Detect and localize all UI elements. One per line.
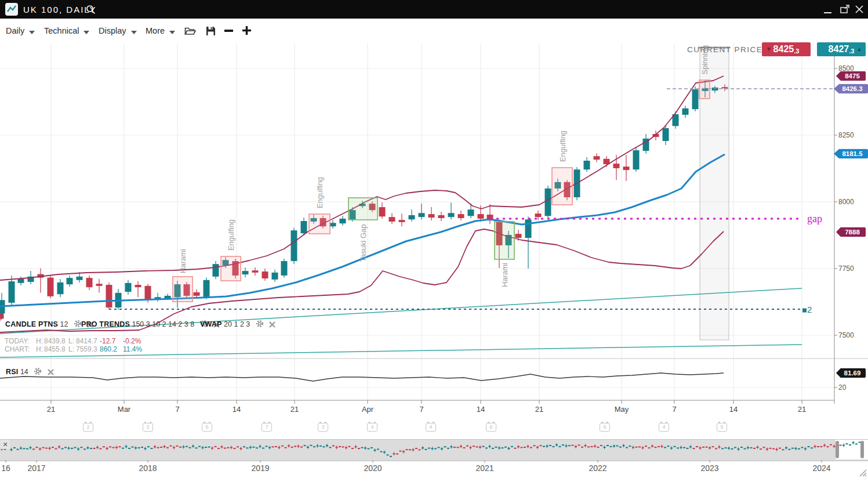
menu-display[interactable]: Display [99,19,137,44]
gear-icon[interactable] [256,320,264,329]
chevron-down-icon [169,31,175,34]
indicator-rsi: RSI 14 [6,367,54,377]
gear-icon[interactable] [74,320,82,329]
popout-button[interactable] [840,5,851,23]
remove-indicator-icon[interactable] [48,369,54,377]
navigator-handle[interactable] [836,441,839,458]
chevron-down-icon [131,31,137,34]
remove-indicator-icon[interactable] [269,321,275,329]
minimize-button[interactable] [824,0,831,19]
navigator-close-icon[interactable]: ✕ [1,440,10,449]
menu-technical[interactable]: Technical [44,19,89,44]
current-price-label: CURRENT PRICE: [687,45,766,54]
gear-icon[interactable] [34,367,42,377]
chevron-down-icon [29,31,35,34]
buy-price-button[interactable]: 8427.3 ▲ [817,42,866,56]
titlebar: UK 100, DAILY [0,0,868,19]
sell-price-button[interactable]: ▼ 8425.3 [762,42,811,56]
navigator-handle[interactable] [860,441,864,458]
zoom-out-button[interactable] [224,30,233,32]
chevron-down-icon [83,31,89,34]
close-icon[interactable] [855,5,863,24]
arrow-up-icon: ▲ [856,42,862,56]
save-icon[interactable] [206,26,216,38]
indicator-vwap: VWAP 20 1 2 3 [200,320,275,329]
resize-grip[interactable] [858,468,867,477]
app-logo-icon [5,3,18,16]
arrow-down-icon: ▼ [766,42,772,56]
trading-app-window: { "titlebar": { "title": "UK 100, DAILY"… [0,0,868,478]
menu-timeframe[interactable]: Daily [6,19,35,44]
search-icon[interactable] [86,5,96,17]
open-folder-icon[interactable] [184,26,196,38]
price-chart-canvas[interactable] [0,0,868,478]
menu-more[interactable]: More [146,19,175,44]
indicator-candle-patterns: CANDLE PTNS 12 [5,320,93,329]
zoom-in-button[interactable] [242,26,252,38]
indicator-pro-trends: PRO TRENDS 150 3 10 2 14 2 3 8 [81,320,220,329]
toolbar: Daily Technical Display More CURRENT PRI… [0,19,868,44]
